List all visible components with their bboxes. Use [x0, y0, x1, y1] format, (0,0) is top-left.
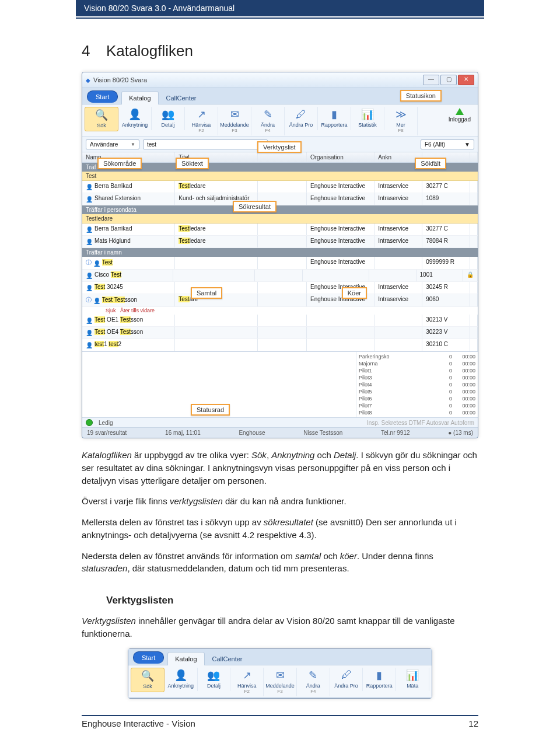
- tool-detalj[interactable]: 👥 Detalj: [198, 668, 231, 691]
- paragraph: Katalogfliken är uppbyggd av tre olika v…: [82, 449, 478, 487]
- arrow-icon: ↗: [240, 669, 253, 682]
- table-row[interactable]: 👤Mats Höglund Testledare Enghouse Intera…: [82, 236, 478, 248]
- paragraph: Verktygslisten innehåller genvägar till …: [82, 615, 478, 640]
- status-result-count: 19 svar/resultat: [87, 430, 127, 436]
- person-icon: 👤: [86, 342, 93, 349]
- table-row[interactable]: 👤test1 test2 30210 C: [82, 339, 478, 351]
- person-icon: 👤: [128, 108, 141, 121]
- tool-anknytning[interactable]: 👤 Anknytning: [164, 668, 198, 691]
- pencil-icon: ✎: [307, 669, 320, 682]
- status-triangle-icon: [456, 108, 464, 115]
- tab-callcenter[interactable]: CallCenter: [205, 652, 250, 665]
- person-icon: 👤: [86, 330, 93, 337]
- tool-mer[interactable]: ≫ Mer F8: [384, 107, 418, 135]
- maximize-button[interactable]: ▢: [440, 75, 457, 85]
- sick-row: Sjuk Åter tills vidare: [82, 307, 478, 315]
- close-button[interactable]: ✕: [458, 75, 474, 85]
- tool-hanvisa[interactable]: ↗ Hänvisa F2: [185, 107, 218, 135]
- minimize-button[interactable]: —: [423, 75, 439, 85]
- tab-katalog[interactable]: Katalog: [167, 652, 204, 665]
- person-icon: 👤: [86, 318, 93, 325]
- status-inloggad[interactable]: Inloggad: [444, 107, 475, 125]
- paragraph: Nedersta delen av fönstret används för i…: [82, 550, 478, 575]
- person-icon: 👤: [93, 260, 100, 267]
- person-icon: 👤: [86, 226, 93, 233]
- tool-andrapro[interactable]: 🖊 Ändra Pro: [285, 107, 318, 130]
- callout-sokomrade: Sökområde: [97, 158, 142, 169]
- table-row[interactable]: 👤Test OE4 Testsson 30223 V: [82, 327, 478, 339]
- status-ledig: Ledig: [99, 420, 113, 426]
- search-input[interactable]: test: [143, 139, 268, 149]
- table-row[interactable]: 👤Test OE1 Testsson 30213 V: [82, 315, 478, 327]
- callout-sokfalt: Sökfält: [415, 158, 446, 169]
- queue-row: Pilot8000:00: [359, 409, 475, 416]
- queue-row: Pilot7000:00: [359, 402, 475, 409]
- tool-meddelande[interactable]: ✉ Meddelande F3: [264, 668, 297, 696]
- queue-row: Pilot4000:00: [359, 381, 475, 388]
- tool-andra[interactable]: ✎ Ändra F4: [297, 668, 330, 696]
- tool-meddelande[interactable]: ✉ Meddelande F3: [218, 107, 251, 135]
- table-row[interactable]: 👤Berra Barrikad Testledare Enghouse Inte…: [82, 224, 478, 236]
- info-icon: ⓘ: [86, 296, 92, 303]
- person-icon: 👤: [86, 273, 93, 280]
- table-row[interactable]: 👤Test 30245 Enghouse Interactive Intrase…: [82, 282, 478, 294]
- tool-mata[interactable]: 📊 Mäta: [396, 668, 429, 691]
- chart-icon: 📊: [406, 669, 419, 682]
- queue-row: Pilot1000:00: [359, 367, 475, 374]
- tool-andrapro[interactable]: 🖊 Ändra Pro: [330, 668, 363, 691]
- tool-detalj[interactable]: 👥 Detalj: [152, 107, 185, 130]
- lock-icon: 🔒: [467, 271, 474, 278]
- footer-left: Enghouse Interactive - Vision: [82, 718, 195, 728]
- queue-row: Pilot6000:00: [359, 395, 475, 402]
- tool-statistik[interactable]: 📊 Statistik: [351, 107, 384, 130]
- title-bar: ◆ Vision 80/20 Svara — ▢ ✕: [82, 72, 478, 88]
- search-scope-dropdown[interactable]: Användare▼: [86, 139, 139, 149]
- status-strip: Ledig Insp. Sekretess DTMF Autosvar Auto…: [82, 417, 478, 427]
- info-icon: ⓘ: [86, 259, 92, 266]
- person-icon: 👤: [86, 239, 93, 246]
- tab-callcenter[interactable]: CallCenter: [159, 91, 204, 104]
- table-row[interactable]: 👤Berra Barrikad Testledare Enghouse Inte…: [82, 181, 478, 193]
- report-icon: ▮: [373, 669, 386, 682]
- person-icon: 👤: [86, 285, 93, 292]
- detail-icon: 👥: [207, 669, 220, 682]
- tool-rapportera[interactable]: ▮ Rapportera: [363, 668, 396, 691]
- start-button[interactable]: Start: [87, 90, 118, 103]
- pencil-icon: ✎: [261, 108, 274, 121]
- pencil-pro-icon: 🖊: [295, 108, 307, 121]
- search-icon: 🔍: [141, 669, 154, 682]
- col-organisation[interactable]: Organisation: [307, 152, 374, 162]
- more-icon: ≫: [394, 108, 407, 121]
- tool-hanvisa[interactable]: ↗ Hänvisa F2: [230, 668, 264, 696]
- tool-anknytning[interactable]: 👤 Anknytning: [118, 107, 152, 130]
- person-icon: 👤: [86, 184, 93, 191]
- chevron-down-icon: ▼: [131, 142, 135, 147]
- match-testledare: Testledare: [82, 214, 478, 224]
- table-row[interactable]: ⓘ 👤Test Testsson Testare Enghouse Intera…: [82, 294, 478, 307]
- status-bar: 19 svar/resultat 16 maj, 11:01 Enghouse …: [82, 427, 478, 438]
- tab-katalog[interactable]: Katalog: [121, 91, 158, 104]
- detail-icon: 👥: [162, 108, 174, 121]
- tool-rapportera[interactable]: ▮ Rapportera: [318, 107, 351, 130]
- start-button[interactable]: Start: [133, 651, 164, 664]
- table-row[interactable]: 👤Cisco Test 1001🔒: [82, 270, 478, 282]
- f6-dropdown[interactable]: F6 (Allt)▼: [421, 139, 474, 149]
- callout-statusrad: Statusrad: [191, 404, 230, 416]
- paragraph: Mellersta delen av fönstret tas i sökvyn…: [82, 516, 478, 542]
- queue-row: Pilot5000:00: [359, 388, 475, 395]
- table-row[interactable]: 👤Shared Extension Kund- och säljadminist…: [82, 193, 478, 205]
- section-heading: 4Katalogfliken: [82, 42, 478, 60]
- status-dot-icon: [86, 419, 93, 426]
- chevron-down-icon: ▼: [464, 141, 470, 148]
- person-icon: 👤: [174, 669, 187, 682]
- tool-sok[interactable]: 🔍 Sök: [85, 107, 118, 131]
- tool-sok[interactable]: 🔍 Sök: [131, 668, 164, 692]
- status-tel: Tel.nr 9912: [381, 430, 410, 436]
- person-icon: 👤: [86, 196, 93, 203]
- tool-andra[interactable]: ✎ Ändra F4: [251, 107, 285, 135]
- table-row[interactable]: ⓘ 👤Test Enghouse Interactive 0999999 R: [82, 257, 478, 270]
- status-date: 16 maj, 11:01: [165, 430, 201, 436]
- toolbar: 🔍 Sök 👤 Anknytning 👥 Detalj ↗ Hänvisa F2: [82, 104, 478, 137]
- match-test: Test: [82, 172, 478, 181]
- search-icon: 🔍: [95, 109, 108, 121]
